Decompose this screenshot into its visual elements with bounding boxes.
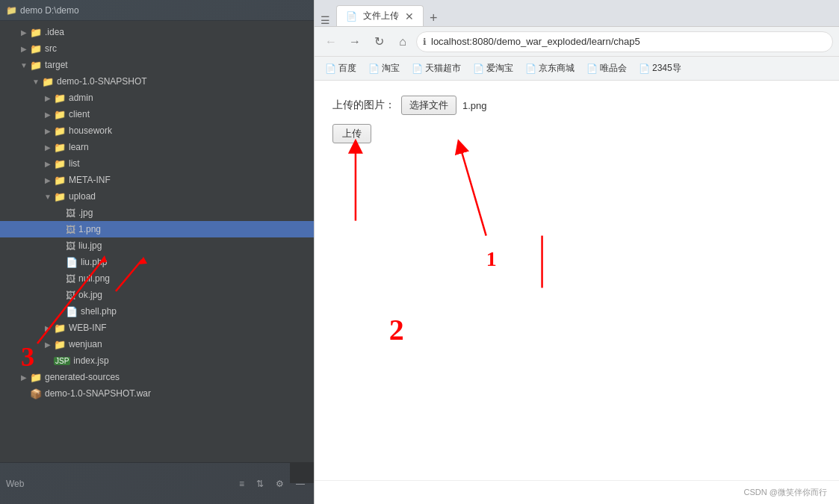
tree-label: liu.php	[81, 257, 107, 267]
folder-icon: 📁	[54, 323, 66, 334]
upload-button[interactable]: 上传	[332, 124, 371, 143]
upload-label: 上传的图片：	[332, 99, 395, 112]
arrow-icon: ▶	[42, 127, 54, 135]
bookmark-taobao[interactable]: 📄 淘宝	[364, 60, 404, 76]
tree-item-client[interactable]: ▶ 📁 client	[0, 106, 314, 122]
tree-label: demo-1.0-SNAPSHOT.war	[45, 388, 151, 399]
tree-label: WEB-INF	[69, 323, 107, 333]
tree-item-housework[interactable]: ▶ 📁 housework	[0, 122, 314, 139]
bookmark-tianmao[interactable]: 📄 天猫超市	[407, 60, 465, 76]
bookmark-icon: 📄	[325, 63, 336, 74]
folder-icon: 📁	[54, 125, 66, 137]
file-icon: 🖼	[66, 273, 75, 284]
bookmark-icon: 📄	[639, 63, 650, 74]
tree-item-shellphp[interactable]: 📄 shell.php	[0, 303, 314, 320]
tree-label: target	[45, 60, 68, 70]
tab-close-btn[interactable]: ✕	[405, 10, 414, 22]
bookmark-2345[interactable]: 📄 2345导	[634, 60, 686, 76]
bookmark-label: 京东商城	[539, 62, 575, 75]
toolbar-btn-settings[interactable]: ⚙	[273, 477, 287, 491]
folder-icon: 📁	[54, 109, 66, 120]
address-bar[interactable]: ℹ localhost:8080/demo_war_exploded/learn…	[416, 31, 833, 52]
folder-icon: 📁	[54, 191, 66, 202]
tree-label: index.jsp	[73, 355, 108, 366]
tree-item-liuphp[interactable]: 📄 liu.php	[0, 254, 314, 270]
tree-label: null.png	[78, 273, 110, 284]
arrow-icon: ▼	[42, 193, 54, 201]
back-button[interactable]: ←	[321, 31, 341, 52]
toolbar-btn-1[interactable]: ≡	[236, 477, 247, 491]
forward-button[interactable]: →	[344, 31, 365, 52]
arrow-icon: ▼	[30, 78, 42, 86]
new-tab-btn[interactable]: +	[430, 10, 438, 26]
ide-panel: 📁 demo D:\demo ▶ 📁 .idea ▶ 📁 src ▼ 📁 tar…	[0, 0, 314, 504]
bookmark-jd[interactable]: 📄 京东商城	[521, 60, 579, 76]
tree-item-demo-war[interactable]: 📦 demo-1.0-SNAPSHOT.war	[0, 385, 314, 402]
tree-item-1png[interactable]: 🖼 1.png	[0, 221, 314, 237]
ide-bottom-bar: Web ≡ ⇅ ⚙ —	[0, 462, 314, 504]
arrow-icon: ▶	[42, 94, 54, 102]
tree-label: .jpg	[78, 208, 93, 218]
tree-label: list	[69, 158, 80, 169]
tree-item-indexjsp[interactable]: JSP index.jsp	[0, 352, 314, 369]
arrow-icon: ▶	[42, 324, 54, 332]
arrow-icon: ▶	[42, 111, 54, 119]
toolbar-btn-2[interactable]: ⇅	[253, 477, 267, 491]
home-button[interactable]: ⌂	[392, 31, 413, 52]
tree-label: shell.php	[81, 306, 117, 317]
bookmark-aitaobao[interactable]: 📄 爱淘宝	[468, 60, 518, 76]
tab-favicon: 📄	[346, 11, 357, 22]
bookmark-vip[interactable]: 📄 唯品会	[582, 60, 631, 76]
tree-item-src[interactable]: ▶ 📁 src	[0, 40, 314, 57]
tree-label: 1.png	[78, 224, 101, 234]
folder-icon: 📁	[54, 93, 66, 104]
tree-item-webinf[interactable]: ▶ 📁 WEB-INF	[0, 320, 314, 336]
tree-label: housework	[69, 125, 112, 136]
choose-file-button[interactable]: 选择文件	[401, 96, 456, 115]
footer-watermark: CSDN @微笑伴你而行	[744, 488, 827, 497]
tree-item-nullpng[interactable]: 🖼 null.png	[0, 270, 314, 287]
tree-item-jpg[interactable]: 🖼 .jpg	[0, 205, 314, 221]
tree-item-wenjuan[interactable]: ▶ 📁 wenjuan	[0, 336, 314, 352]
tree-item-demo-snapshot[interactable]: ▼ 📁 demo-1.0-SNAPSHOT	[0, 73, 314, 90]
address-text: localhost:8080/demo_war_exploded/learn/c…	[431, 36, 826, 47]
tree-label: learn	[69, 142, 89, 152]
folder-icon: 📁	[30, 60, 42, 71]
jsp-badge: JSP	[54, 357, 70, 365]
bookmark-icon: 📄	[368, 63, 380, 74]
bookmarks-bar: 📄 百度 📄 淘宝 📄 天猫超市 📄 爱淘宝 📄 京东商城 📄 唯品会 📄 23…	[315, 57, 839, 81]
tree-item-generated-sources[interactable]: ▶ 📁 generated-sources	[0, 369, 314, 385]
tree-item-list[interactable]: ▶ 📁 list	[0, 155, 314, 172]
file-icon: 🖼	[66, 240, 75, 252]
bookmark-baidu[interactable]: 📄 百度	[321, 60, 361, 76]
browser-menu-icon[interactable]: ☰	[321, 14, 330, 26]
tree-item-target[interactable]: ▼ 📁 target	[0, 57, 314, 73]
tree-item-learn[interactable]: ▶ 📁 learn	[0, 139, 314, 155]
bookmark-label: 百度	[338, 62, 356, 75]
tree-label: src	[45, 43, 57, 54]
selected-file-name: 1.png	[462, 100, 487, 111]
tree-label: admin	[69, 93, 93, 103]
browser-tab-file-upload[interactable]: 📄 文件上传 ✕	[336, 5, 424, 26]
annotation-1: 1	[486, 247, 497, 270]
tree-item-admin[interactable]: ▶ 📁 admin	[0, 90, 314, 106]
browser-toolbar: ← → ↻ ⌂ ℹ localhost:8080/demo_war_explod…	[315, 27, 839, 57]
tree-item-okjpg[interactable]: 🖼 ok.jpg	[0, 287, 314, 303]
arrow-icon: ▶	[42, 143, 54, 152]
tree-label: ok.jpg	[78, 290, 102, 300]
file-icon: 📦	[30, 388, 42, 399]
folder-icon: 📁	[54, 158, 66, 169]
folder-icon: 📁	[30, 372, 42, 383]
bookmark-icon: 📄	[473, 63, 484, 74]
bookmark-icon: 📄	[586, 63, 598, 74]
refresh-button[interactable]: ↻	[368, 31, 389, 52]
browser-tab-bar: ☰ 📄 文件上传 ✕ +	[315, 0, 839, 27]
tree-item-meta-inf[interactable]: ▶ 📁 META-INF	[0, 172, 314, 188]
arrow-icon: ▶	[18, 45, 30, 53]
tree-item-liujpg[interactable]: 🖼 liu.jpg	[0, 237, 314, 254]
folder-icon: 📁	[30, 43, 42, 55]
bookmark-label: 淘宝	[382, 62, 400, 75]
browser-panel: ☰ 📄 文件上传 ✕ + ← → ↻ ⌂ ℹ localhost:8080/de…	[314, 0, 839, 504]
tree-item-idea[interactable]: ▶ 📁 .idea	[0, 24, 314, 40]
tree-item-upload[interactable]: ▼ 📁 upload	[0, 188, 314, 205]
